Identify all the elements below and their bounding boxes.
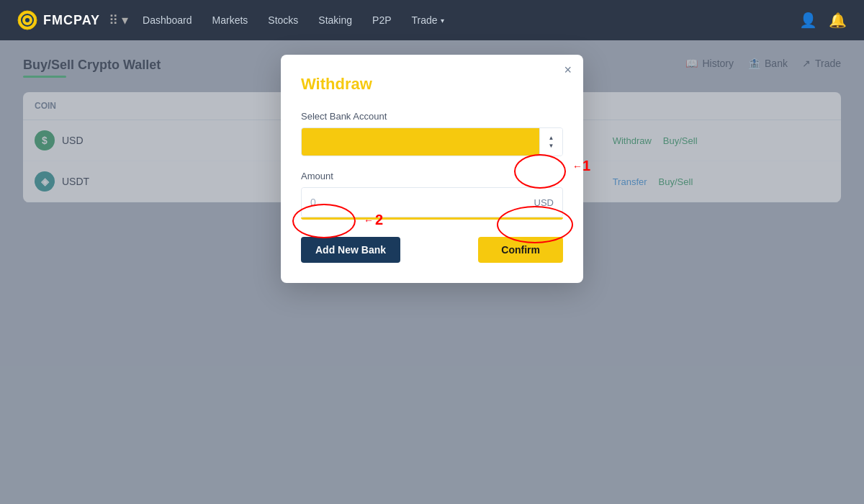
modal-title: Withdraw: [301, 75, 563, 94]
grid-icon[interactable]: ⠿ ▾: [109, 12, 128, 28]
nav-right: 👤 🔔: [799, 12, 847, 29]
brand-name: FMCPAY: [43, 13, 100, 28]
modal-actions: Add New Bank Confirm: [301, 237, 563, 263]
add-bank-button[interactable]: Add New Bank: [301, 237, 400, 263]
bank-account-group: Select Bank Account ▲ ▼: [301, 111, 563, 156]
nav-markets[interactable]: Markets: [212, 14, 248, 26]
chevron-up-icon: ▲: [549, 135, 554, 141]
amount-label: Amount: [301, 171, 563, 181]
nav-stocks[interactable]: Stocks: [268, 14, 298, 26]
amount-input[interactable]: [302, 188, 562, 217]
bank-account-label: Select Bank Account: [301, 111, 563, 122]
amount-currency: USD: [534, 197, 554, 208]
bank-select-fill: [302, 128, 539, 156]
amount-group: Amount USD: [301, 171, 563, 220]
svg-point-2: [25, 18, 30, 22]
modal-overlay: × Withdraw Select Bank Account ▲ ▼ Amoun…: [0, 40, 864, 504]
amount-wrapper: USD: [301, 187, 563, 217]
modal-close-button[interactable]: ×: [564, 63, 572, 76]
confirm-button[interactable]: Confirm: [478, 237, 563, 263]
brand-logo-icon: [17, 10, 37, 30]
page-content: Buy/Sell Crypto Wallet 📖 History 🏦 Bank …: [0, 40, 864, 504]
nav-links: Dashboard Markets Stocks Staking P2P Tra…: [143, 14, 799, 26]
nav-staking[interactable]: Staking: [318, 14, 352, 26]
annotation-1-label: ←1: [572, 158, 590, 174]
chevron-down-icon: ▼: [549, 143, 554, 149]
nav-p2p[interactable]: P2P: [372, 14, 391, 26]
notification-icon[interactable]: 🔔: [829, 12, 847, 29]
withdraw-modal: × Withdraw Select Bank Account ▲ ▼ Amoun…: [281, 55, 583, 283]
navbar: FMCPAY ⠿ ▾ Dashboard Markets Stocks Stak…: [0, 0, 864, 40]
nav-trade[interactable]: Trade ▾: [412, 14, 444, 26]
nav-dashboard[interactable]: Dashboard: [143, 14, 192, 26]
trade-dropdown-icon: ▾: [441, 17, 444, 24]
bank-select-arrow[interactable]: ▲ ▼: [539, 128, 562, 156]
brand: FMCPAY: [17, 10, 100, 30]
user-icon[interactable]: 👤: [799, 12, 817, 29]
amount-underline: [301, 217, 563, 220]
bank-select-wrapper[interactable]: ▲ ▼: [301, 127, 563, 156]
